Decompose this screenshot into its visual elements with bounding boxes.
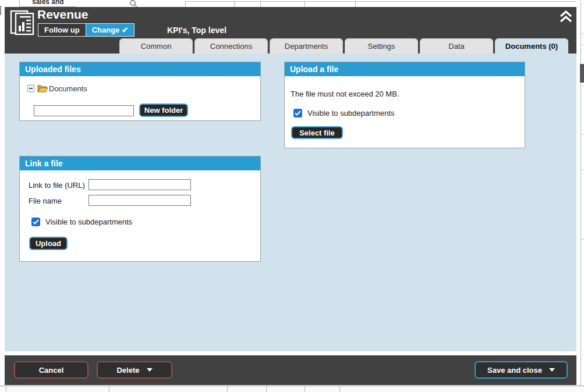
background-table-line: [185, 1, 186, 7]
uploaded-files-panel: Uploaded files Documents New folder: [19, 62, 261, 121]
panel-title: Upload a file: [285, 62, 525, 76]
button-label: Select file: [299, 129, 335, 137]
background-table-line: [266, 386, 267, 392]
change-button[interactable]: Change ✔: [86, 24, 135, 36]
background-table-line: [227, 386, 228, 392]
caret-down-icon: [549, 368, 555, 372]
background-table-line: [305, 1, 305, 7]
new-folder-name-input[interactable]: [34, 105, 134, 116]
panel-title: Uploaded files: [20, 62, 260, 76]
button-label: Upload: [36, 239, 61, 248]
background-table-line: [581, 239, 584, 240]
visible-to-subdepartments-row: Visible to subdepartments: [293, 109, 394, 117]
checkbox-label: Visible to subdepartments: [45, 218, 132, 226]
dialog-title: Revenue: [37, 8, 89, 22]
background-table-line: [305, 386, 305, 392]
dialog-tabbar: Common Connections Departments Settings …: [119, 38, 568, 54]
background-table-line: [581, 134, 584, 135]
checkbox-label: Visible to subdepartments: [307, 109, 394, 117]
button-label: New folder: [144, 106, 183, 115]
button-label: Cancel: [39, 366, 64, 375]
upload-file-panel: Upload a file The file must not exceed 2…: [284, 62, 525, 148]
mode-switch: Follow up Change ✔: [38, 23, 135, 37]
check-icon: [295, 111, 301, 116]
background-scrollbar-fragment: [580, 64, 584, 83]
visible-to-subdepartments-row: Visible to subdepartments: [31, 218, 132, 226]
new-folder-button[interactable]: New folder: [139, 104, 188, 117]
background-table-line: [581, 85, 584, 86]
visible-to-subdepartments-checkbox[interactable]: [31, 218, 40, 226]
change-label: Change: [92, 26, 120, 34]
tab-settings[interactable]: Settings: [345, 38, 418, 54]
tab-departments[interactable]: Departments: [270, 38, 343, 54]
cancel-button[interactable]: Cancel: [14, 361, 89, 379]
background-row-text: sales and: [32, 0, 64, 6]
chevron-double-up-icon[interactable]: [558, 10, 574, 24]
background-table-line: [581, 169, 584, 170]
delete-button[interactable]: Delete: [97, 361, 172, 379]
link-url-label: Link to file (URL): [29, 181, 85, 190]
background-table-line: [260, 1, 261, 7]
documents-folder-tree-item[interactable]: Documents: [27, 83, 87, 94]
file-name-label: File name: [29, 197, 62, 205]
link-url-input[interactable]: [89, 179, 191, 190]
upload-button[interactable]: Upload: [29, 237, 68, 250]
dialog-context-label: KPI's, Top level: [167, 26, 226, 35]
background-table-line: [581, 45, 584, 45]
open-folder-icon: [37, 84, 48, 93]
background-table-line: [6, 386, 6, 392]
save-and-close-button[interactable]: Save and close: [475, 361, 568, 379]
dialog-header: Revenue Follow up Change ✔ KPI's, Top le…: [5, 7, 576, 54]
visible-to-subdepartments-checkbox[interactable]: [293, 109, 302, 117]
check-icon: [33, 219, 39, 224]
link-file-panel: Link a file Link to file (URL) File name…: [19, 156, 261, 262]
check-icon: ✔: [122, 26, 128, 34]
select-file-button[interactable]: Select file: [291, 126, 343, 139]
background-page-border: [581, 0, 581, 392]
tab-data[interactable]: Data: [420, 38, 493, 54]
folder-label: Documents: [49, 84, 87, 93]
button-label: Delete: [116, 366, 139, 375]
background-table-line: [339, 386, 340, 392]
button-label: Save and close: [487, 366, 542, 375]
follow-up-label: Follow up: [44, 26, 80, 34]
background-left-edge-line: [0, 6, 1, 15]
tree-collapse-icon[interactable]: [27, 83, 36, 94]
dialog-footer: Cancel Delete Save and close: [5, 355, 576, 385]
file-name-input[interactable]: [89, 195, 191, 206]
file-size-note: The file must not exceed 20 MB.: [291, 90, 399, 98]
background-table-line: [234, 1, 235, 7]
background-table-line: [185, 1, 576, 2]
tab-documents[interactable]: Documents (0): [495, 38, 568, 54]
kpi-edit-dialog: Revenue Follow up Change ✔ KPI's, Top le…: [5, 7, 576, 385]
background-table-line: [355, 1, 356, 7]
background-table-line: [109, 386, 109, 392]
panel-title: Link a file: [20, 156, 260, 170]
background-table-line: [581, 33, 584, 34]
documents-tab-content: Uploaded files Documents New folder: [5, 54, 576, 351]
tab-common[interactable]: Common: [119, 38, 193, 54]
caret-down-icon: [147, 368, 153, 372]
tab-connections[interactable]: Connections: [194, 38, 268, 54]
report-chart-icon: [9, 9, 36, 36]
follow-up-button[interactable]: Follow up: [38, 24, 86, 36]
background-table-header-strip: [0, 386, 584, 392]
